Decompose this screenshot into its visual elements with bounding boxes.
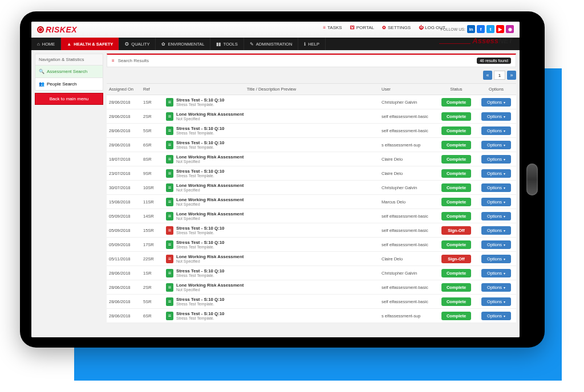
options-button[interactable]: Options ▾ — [481, 255, 511, 263]
options-button[interactable]: Options ▾ — [481, 312, 511, 320]
table-row: 05/09/2018 17SR Stress Test - S:10 Q:10 … — [107, 238, 516, 252]
menu-icon: ▲ — [67, 42, 71, 47]
menu-item-health-safety[interactable]: ▲HEALTH & SAFETY — [61, 38, 119, 50]
options-button[interactable]: Options ▾ — [481, 297, 511, 306]
row-title: Lone Working Risk Assessment — [176, 112, 244, 117]
status-button[interactable]: Complete — [441, 297, 471, 306]
cell-title: Stress Test - S:10 Q:10 Stress Test Temp… — [164, 238, 379, 252]
options-button[interactable]: Options ▾ — [481, 198, 511, 206]
document-icon — [166, 198, 173, 206]
options-button[interactable]: Options ▾ — [481, 126, 511, 135]
sidebar-item-people[interactable]: 👥 People Search — [35, 78, 103, 91]
back-button[interactable]: Back to main menu — [35, 93, 103, 105]
menu-item-help[interactable]: ℹHELP — [298, 38, 326, 50]
status-button[interactable]: Complete — [441, 312, 471, 320]
instagram-icon[interactable]: ◉ — [506, 25, 514, 33]
col-options[interactable]: Options — [476, 84, 516, 95]
options-button[interactable]: Options ▾ — [481, 240, 511, 249]
document-icon — [166, 240, 173, 249]
status-button[interactable]: Complete — [441, 112, 471, 121]
status-button[interactable]: Complete — [441, 169, 471, 178]
status-button[interactable]: Complete — [441, 212, 471, 220]
col-assigned[interactable]: Assigned On — [107, 84, 141, 95]
row-title: Stress Test - S:10 Q:10 — [176, 97, 224, 103]
chevron-down-icon: ▾ — [504, 157, 505, 161]
sidebar-item-assessment[interactable]: 🔍 Assessment Search — [35, 66, 103, 78]
cell-options: Options ▾ — [476, 152, 516, 166]
options-button[interactable]: Options ▾ — [481, 98, 511, 107]
options-button[interactable]: Options ▾ — [481, 112, 511, 121]
cell-title: Stress Test - S:10 Q:10 Stress Test Temp… — [164, 124, 379, 138]
cell-user: Claire Delo — [379, 166, 436, 181]
results-table: Assigned On Ref Title / Description Prev… — [107, 83, 516, 323]
status-button[interactable]: Complete — [441, 240, 471, 249]
options-button[interactable]: Options ▾ — [481, 169, 511, 178]
twitter-icon[interactable]: t — [486, 25, 494, 33]
portal-icon: ⮹ — [350, 25, 355, 30]
results-count-badge: 46 results found — [477, 58, 511, 64]
col-user[interactable]: User — [379, 84, 436, 95]
menu-icon: ✎ — [250, 42, 254, 47]
status-button[interactable]: Complete — [441, 183, 471, 192]
col-title[interactable]: Title / Description Preview — [164, 84, 379, 95]
youtube-icon[interactable]: ▶ — [496, 25, 504, 33]
options-button[interactable]: Options ▾ — [481, 212, 511, 220]
cell-user: self elfassessment-basic — [379, 209, 436, 223]
chevron-down-icon: ▾ — [504, 100, 505, 104]
cell-ref: 9SR — [141, 166, 164, 181]
status-button[interactable]: Complete — [441, 141, 471, 149]
table-row: 28/06/2018 1SR Stress Test - S:10 Q:10 S… — [107, 95, 516, 109]
options-button[interactable]: Options ▾ — [481, 155, 511, 164]
menu-item-tools[interactable]: ▮▮TOOLS — [210, 38, 244, 50]
brand-assess-text: Assess — [472, 36, 498, 45]
menu-item-administration[interactable]: ✎ADMINISTRATION — [244, 38, 299, 50]
chevron-down-icon: ▾ — [504, 285, 505, 289]
pager-next-button[interactable]: » — [507, 71, 516, 80]
pager-prev-button[interactable]: « — [483, 71, 492, 80]
cell-user: Claire Delo — [379, 252, 436, 266]
options-button[interactable]: Options ▾ — [481, 269, 511, 277]
row-title: Stress Test - S:10 Q:10 — [176, 169, 224, 174]
cell-title: Stress Test - S:10 Q:10 Stress Test Temp… — [164, 309, 379, 323]
row-title: Stress Test - S:10 Q:10 — [176, 140, 224, 145]
row-subtitle: Stress Test Template. — [176, 145, 224, 149]
nav-tasks[interactable]: ≡TASKS — [323, 25, 342, 30]
menu-item-home[interactable]: ⌂HOME — [31, 38, 61, 50]
col-status[interactable]: Status — [436, 84, 476, 95]
status-button[interactable]: Complete — [441, 283, 471, 292]
status-button[interactable]: Complete — [441, 269, 471, 277]
menu-item-quality[interactable]: ✪QUALITY — [119, 38, 156, 50]
menu-item-environmental[interactable]: ✿ENVIRONMENTAL — [156, 38, 210, 50]
row-subtitle: Not Specified — [176, 288, 244, 292]
cell-user: self elfassessment-basic — [379, 280, 436, 295]
menu-label: ENVIRONMENTAL — [168, 42, 204, 47]
row-subtitle: Not Specified — [176, 217, 244, 220]
options-button[interactable]: Options ▾ — [481, 226, 511, 235]
table-row: 28/06/2018 2SR Lone Working Risk Assessm… — [107, 109, 516, 124]
nav-settings[interactable]: ✿SETTINGS — [382, 25, 411, 30]
cell-user: Christopher Galvin — [379, 95, 436, 109]
linkedin-icon[interactable]: in — [467, 25, 475, 33]
col-ref[interactable]: Ref — [141, 84, 164, 95]
sidebar-item-label: Assessment Search — [47, 69, 87, 74]
status-button[interactable]: Complete — [441, 98, 471, 107]
nav-tasks-label: TASKS — [327, 25, 342, 30]
options-button[interactable]: Options ▾ — [481, 283, 511, 292]
status-button[interactable]: Complete — [441, 126, 471, 135]
pager-page-input[interactable] — [494, 71, 505, 80]
chevron-down-icon: ▾ — [504, 115, 505, 119]
nav-portal[interactable]: ⮹PORTAL — [350, 25, 374, 30]
options-button[interactable]: Options ▾ — [481, 183, 511, 192]
row-title: Stress Test - S:10 Q:10 — [176, 226, 224, 231]
row-subtitle: Not Specified — [176, 160, 244, 164]
facebook-icon[interactable]: f — [477, 25, 485, 33]
status-button[interactable]: Sign-Off — [441, 255, 471, 263]
cell-date: 05/09/2018 — [107, 223, 141, 238]
cell-options: Options ▾ — [476, 266, 516, 280]
cell-ref: 14SR — [141, 209, 164, 223]
options-button[interactable]: Options ▾ — [481, 141, 511, 149]
status-button[interactable]: Complete — [441, 155, 471, 164]
status-button[interactable]: Sign-Off — [441, 226, 471, 235]
status-button[interactable]: Complete — [441, 198, 471, 206]
nav-settings-label: SETTINGS — [388, 25, 411, 30]
